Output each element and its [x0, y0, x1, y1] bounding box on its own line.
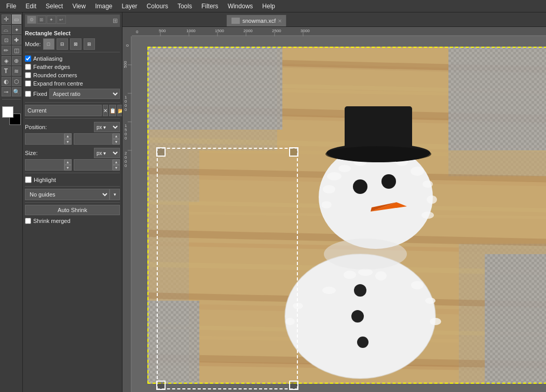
- position-y-input[interactable]: 880: [74, 133, 113, 145]
- menu-edit[interactable]: Edit: [21, 2, 40, 11]
- size-h-input[interactable]: 1248: [74, 159, 113, 171]
- color-swatch-area[interactable]: [2, 106, 21, 125]
- menu-image[interactable]: Image: [91, 2, 116, 11]
- menu-select[interactable]: Select: [42, 2, 67, 11]
- expand-from-centre-checkbox[interactable]: [25, 80, 31, 87]
- options-tab-undo[interactable]: ↩: [57, 16, 66, 24]
- mode-add-button[interactable]: ⊟: [57, 38, 68, 50]
- svg-text:0: 0: [125, 44, 130, 47]
- auto-shrink-button[interactable]: Auto Shrink: [25, 205, 120, 215]
- svg-text:0: 0: [136, 30, 139, 34]
- size-unit-select[interactable]: px ▾: [94, 148, 120, 158]
- lasso-icon: ⌓: [4, 26, 8, 33]
- smudge-tool-button[interactable]: ≋: [12, 66, 21, 76]
- foreground-color-swatch[interactable]: [2, 106, 13, 118]
- antialiasing-checkbox[interactable]: [25, 55, 31, 62]
- current-save-button[interactable]: 📋: [109, 105, 116, 116]
- options-expand-icon[interactable]: ⊞: [113, 17, 118, 24]
- mode-intersect-button[interactable]: ⊞: [84, 38, 95, 50]
- clone-tool-button[interactable]: ⊕: [12, 56, 21, 65]
- svg-point-82: [430, 318, 441, 325]
- erase-tool-button[interactable]: ◫: [12, 46, 21, 55]
- guides-expand-button[interactable]: ▾: [110, 189, 120, 200]
- options-tab-snap[interactable]: ✦: [47, 16, 56, 24]
- svg-rect-70: [485, 254, 546, 384]
- size-label-row: Size: px ▾: [25, 147, 120, 159]
- tab-close-button[interactable]: ✕: [278, 18, 282, 24]
- position-x-down[interactable]: ▼: [64, 139, 72, 145]
- guides-select[interactable]: No guides: [25, 189, 110, 200]
- current-clear-button[interactable]: ✕: [103, 105, 108, 116]
- svg-rect-68: [147, 47, 282, 130]
- options-tabs: ⚙ ⊞ ✦ ↩: [27, 16, 66, 24]
- text-tool-button[interactable]: T: [2, 66, 11, 76]
- menu-filters[interactable]: Filters: [197, 2, 223, 11]
- fill-tool-button[interactable]: ◈: [2, 56, 11, 65]
- rounded-corners-checkbox[interactable]: [25, 72, 31, 78]
- zoom-tool-button[interactable]: 🔍: [12, 87, 21, 96]
- size-h-up[interactable]: ▲: [113, 159, 120, 165]
- expand-from-centre-label[interactable]: Expand from centre: [33, 80, 83, 87]
- menu-tools[interactable]: Tools: [173, 2, 196, 11]
- highlight-checkbox[interactable]: [25, 176, 32, 183]
- path-tool-button[interactable]: ⬡: [12, 77, 21, 86]
- tool-row-4: ✏ ◫: [2, 46, 21, 55]
- brush-tool-button[interactable]: ✏: [2, 46, 11, 55]
- size-w-up[interactable]: ▲: [64, 159, 72, 165]
- antialiasing-label[interactable]: Antialiasing: [33, 55, 62, 62]
- svg-point-94: [323, 185, 335, 193]
- fixed-aspect-checkbox[interactable]: [25, 91, 31, 97]
- position-x-up[interactable]: ▲: [64, 133, 72, 139]
- feather-edges-row: Feather edges: [25, 63, 120, 71]
- feather-edges-checkbox[interactable]: [25, 64, 31, 70]
- position-x-arrows: ▲ ▼: [64, 133, 72, 145]
- size-h-down[interactable]: ▼: [113, 165, 120, 171]
- tool-options-panel: ⚙ ⊞ ✦ ↩ ⊞ Rectangle Select Mode: □ ⊟ ⊠ ⊞…: [23, 12, 122, 392]
- options-tab-device[interactable]: ⊞: [37, 16, 46, 24]
- menu-help[interactable]: Help: [258, 2, 279, 11]
- ruler-corner: [122, 27, 132, 36]
- main-area: ▭ ⌓ ✦ ⊡ ✚ ✏ ◫: [0, 12, 546, 392]
- tab-main[interactable]: snowman.xcf ✕: [226, 15, 286, 26]
- dodge-tool-button[interactable]: ◐: [2, 77, 11, 86]
- menu-layer[interactable]: Layer: [118, 2, 142, 11]
- heal-tool-button[interactable]: ✚: [12, 35, 21, 45]
- position-y-up[interactable]: ▲: [113, 133, 120, 139]
- position-x-input[interactable]: 76: [25, 133, 64, 145]
- current-load-button[interactable]: 📂: [117, 105, 122, 116]
- highlight-label[interactable]: Highlight: [34, 177, 56, 183]
- mode-replace-button[interactable]: □: [43, 38, 54, 50]
- menu-file[interactable]: File: [2, 2, 20, 11]
- mode-subtract-button[interactable]: ⊠: [70, 38, 81, 50]
- position-label-row: Position: px ▾: [25, 121, 120, 133]
- move-tool-button[interactable]: [2, 15, 11, 24]
- clone-icon: ⊕: [14, 58, 19, 64]
- size-w-input[interactable]: 1064: [25, 159, 64, 171]
- feather-edges-label[interactable]: Feather edges: [33, 64, 70, 70]
- image-canvas[interactable]: [147, 47, 546, 384]
- svg-point-75: [358, 269, 373, 276]
- shrink-merged-label[interactable]: Shrink merged: [33, 218, 71, 224]
- position-unit-select[interactable]: px ▾: [94, 122, 120, 132]
- size-w-down[interactable]: ▼: [64, 165, 72, 171]
- menu-colours[interactable]: Colours: [143, 2, 172, 11]
- wand-tool-button[interactable]: ✦: [12, 25, 21, 34]
- tool-row-6: T ≋: [2, 66, 21, 76]
- options-tab-tool[interactable]: ⚙: [27, 16, 36, 24]
- lasso-tool-button[interactable]: ⌓: [2, 25, 11, 34]
- svg-point-80: [411, 281, 424, 289]
- menu-windows[interactable]: Windows: [224, 2, 257, 11]
- measure-tool-button[interactable]: ⊸: [2, 87, 11, 96]
- shrink-merged-checkbox[interactable]: [25, 218, 31, 224]
- canvas-container[interactable]: [132, 36, 546, 392]
- rounded-corners-label[interactable]: Rounded corners: [33, 72, 77, 78]
- menu-view[interactable]: View: [68, 2, 90, 11]
- current-row: ✕ 📋 📂: [25, 105, 120, 116]
- svg-point-101: [353, 179, 367, 194]
- aspect-ratio-dropdown[interactable]: Aspect ratio: [49, 89, 120, 99]
- crop-tool-button[interactable]: ⊡: [2, 35, 11, 45]
- rect-select-tool-button[interactable]: ▭: [12, 15, 21, 24]
- position-y-spinbox: 880 ▲ ▼: [74, 133, 120, 145]
- current-input[interactable]: [25, 105, 102, 116]
- position-y-down[interactable]: ▼: [113, 139, 120, 145]
